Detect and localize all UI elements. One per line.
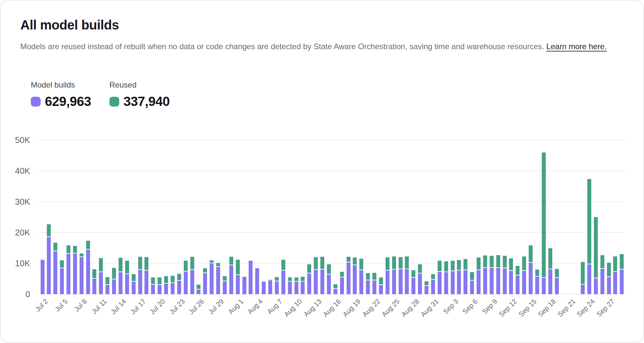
bar-aug-2[interactable] (242, 277, 246, 294)
bar-sep-19[interactable] (555, 269, 559, 294)
bar-sep-14[interactable] (522, 256, 526, 294)
bar-aug-4[interactable] (255, 268, 259, 294)
bar-aug-24[interactable] (386, 257, 389, 294)
bar-aug-15[interactable] (327, 264, 331, 294)
bar-jul-12[interactable] (105, 277, 109, 294)
bar-sep-29[interactable] (620, 254, 624, 294)
bar-aug-1[interactable] (236, 260, 240, 294)
bar-sep-27[interactable] (607, 263, 611, 294)
bar-sep-11[interactable] (503, 256, 507, 294)
bar-aug-14[interactable] (320, 257, 324, 294)
bar-jul-18[interactable] (144, 257, 148, 294)
bar-aug-30[interactable] (425, 281, 428, 294)
bar-aug-13[interactable] (314, 257, 318, 294)
bar-jul-11[interactable] (99, 258, 103, 294)
bar-jul-24[interactable] (184, 261, 188, 294)
bar-jul-25[interactable] (190, 257, 194, 294)
x-axis-tick-label: Jul 20 (148, 297, 167, 316)
bar-jul-15[interactable] (125, 261, 129, 294)
bar-aug-17[interactable] (340, 272, 344, 294)
bar-jul-20[interactable] (158, 277, 161, 294)
bar-sep-26[interactable] (600, 255, 604, 294)
bar-jul-6[interactable] (66, 245, 70, 294)
bar-jul-26[interactable] (197, 285, 200, 294)
bar-sep-10[interactable] (496, 255, 500, 294)
reused-segment (477, 257, 481, 270)
bar-jul-30[interactable] (223, 276, 227, 294)
bar-jul-17[interactable] (138, 257, 142, 294)
bar-jul-29[interactable] (216, 263, 220, 294)
bar-sep-24[interactable] (587, 179, 591, 294)
bar-jul-8[interactable] (80, 253, 84, 294)
bar-aug-31[interactable] (431, 274, 435, 294)
bar-jul-4[interactable] (53, 243, 57, 294)
bar-jul-28[interactable] (210, 260, 214, 294)
bar-aug-25[interactable] (392, 256, 396, 294)
bar-aug-7[interactable] (275, 277, 279, 294)
bar-aug-19[interactable] (353, 257, 357, 294)
bar-sep-23[interactable] (581, 262, 585, 294)
reused-segment (151, 277, 155, 284)
bar-sep-7[interactable] (477, 257, 481, 294)
bar-sep-6[interactable] (470, 272, 474, 294)
builds-segment (444, 272, 448, 294)
bar-aug-8[interactable] (281, 260, 285, 294)
bar-aug-22[interactable] (372, 273, 376, 294)
bar-jul-16[interactable] (132, 274, 136, 294)
bar-sep-3[interactable] (451, 261, 455, 294)
bar-sep-5[interactable] (464, 259, 467, 294)
builds-segment (555, 278, 559, 294)
bar-jul-31[interactable] (229, 257, 233, 294)
bar-sep-1[interactable] (438, 261, 442, 294)
bar-sep-12[interactable] (509, 258, 513, 294)
bar-jul-9[interactable] (86, 241, 90, 294)
bar-jul-22[interactable] (171, 276, 175, 294)
bar-aug-6[interactable] (268, 280, 272, 294)
bar-jul-21[interactable] (164, 276, 168, 294)
bar-sep-4[interactable] (457, 260, 461, 294)
bar-aug-12[interactable] (307, 264, 311, 294)
bar-jul-19[interactable] (151, 277, 155, 294)
bar-sep-15[interactable] (529, 245, 533, 294)
reused-segment (470, 272, 474, 280)
bar-jul-10[interactable] (92, 269, 96, 294)
bar-aug-3[interactable] (249, 261, 253, 294)
bar-sep-17[interactable] (542, 152, 546, 294)
bar-aug-10[interactable] (294, 277, 298, 294)
bar-sep-2[interactable] (444, 261, 448, 294)
bar-aug-20[interactable] (359, 259, 363, 294)
bar-sep-16[interactable] (535, 270, 539, 294)
bar-aug-11[interactable] (301, 277, 305, 294)
bar-sep-13[interactable] (516, 266, 520, 294)
bar-aug-29[interactable] (418, 264, 422, 294)
reused-segment (359, 259, 363, 270)
reused-segment (184, 261, 188, 271)
bar-aug-5[interactable] (262, 282, 266, 294)
bar-jul-3[interactable] (47, 224, 51, 294)
bar-sep-9[interactable] (490, 256, 494, 294)
bar-sep-18[interactable] (548, 248, 552, 294)
bar-aug-28[interactable] (411, 270, 415, 294)
reused-segment (399, 257, 403, 269)
bar-sep-25[interactable] (594, 217, 598, 294)
bar-aug-26[interactable] (399, 257, 403, 294)
bar-aug-27[interactable] (405, 256, 409, 294)
builds-segment (255, 268, 259, 294)
bar-jul-14[interactable] (119, 258, 123, 294)
bar-sep-28[interactable] (613, 256, 617, 294)
bar-aug-21[interactable] (366, 273, 370, 294)
bar-jul-13[interactable] (112, 268, 116, 294)
bar-aug-9[interactable] (288, 277, 292, 294)
bar-aug-18[interactable] (347, 257, 350, 294)
bar-sep-8[interactable] (483, 255, 487, 294)
builds-segment (164, 284, 168, 294)
builds-segment (451, 271, 455, 294)
bar-jul-2[interactable] (41, 259, 45, 294)
bar-jul-7[interactable] (73, 246, 77, 294)
bar-jul-5[interactable] (60, 260, 64, 294)
bar-jul-27[interactable] (203, 268, 207, 294)
bar-aug-16[interactable] (333, 284, 337, 294)
bar-jul-23[interactable] (177, 274, 181, 294)
bar-aug-23[interactable] (379, 277, 383, 294)
builds-segment (347, 262, 350, 294)
